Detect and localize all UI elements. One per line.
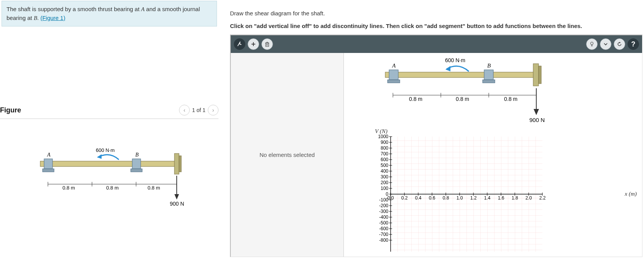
svg-rect-2 <box>43 169 54 172</box>
help-button[interactable]: ? <box>628 38 639 50</box>
svg-text:-500: -500 <box>379 220 388 226</box>
svg-text:0.8: 0.8 <box>443 195 449 201</box>
svg-rect-30 <box>388 80 400 83</box>
load-label: 900 N <box>170 201 184 207</box>
shear-chart-svg[interactable]: 01002003004005006007008009001000 -100-20… <box>370 129 546 257</box>
pager-label: 1 of 1 <box>192 107 205 113</box>
plot-loading-diagram: A B 600 N·m 0.8 m 0.8 m 0.8 m 900 N <box>370 57 623 125</box>
dropdown-button[interactable] <box>600 38 611 50</box>
svg-text:1.0: 1.0 <box>457 195 463 201</box>
svg-point-24 <box>591 42 593 45</box>
pager-prev-button[interactable]: ‹ <box>179 105 190 115</box>
svg-marker-9 <box>174 194 179 200</box>
svg-text:-100: -100 <box>379 197 388 203</box>
dim2: 0.8 m <box>106 185 119 191</box>
selection-panel: No elements selected <box>231 53 344 257</box>
svg-text:200: 200 <box>381 180 388 185</box>
delete-button[interactable] <box>261 38 273 50</box>
figure-body: A B 600 N·m 0.8 m 0.8 m 0.8 m 900 N <box>0 119 219 207</box>
svg-rect-0 <box>40 161 178 167</box>
svg-text:0.2: 0.2 <box>401 195 408 201</box>
drawing-toolbar: ? <box>231 35 642 53</box>
svg-rect-4 <box>131 169 142 172</box>
shear-chart[interactable]: V (N) x (m) 0100 <box>370 129 623 257</box>
dim1: 0.8 m <box>62 185 75 191</box>
svg-text:900: 900 <box>381 140 388 145</box>
shaft-figure: A B 600 N·m 0.8 m 0.8 m 0.8 m 900 N <box>33 146 197 207</box>
svg-rect-3 <box>132 159 141 169</box>
left-pane: The shaft is supported by a smooth thrus… <box>0 0 219 277</box>
svg-text:A: A <box>392 63 396 69</box>
selection-status: No elements selected <box>260 152 315 158</box>
svg-text:0.8 m: 0.8 m <box>456 96 469 102</box>
svg-rect-29 <box>389 70 398 80</box>
svg-text:-600: -600 <box>379 226 388 231</box>
svg-text:300: 300 <box>381 174 388 180</box>
moment-label: 600 N·m <box>96 147 115 153</box>
svg-rect-33 <box>533 64 539 86</box>
figure-title: Figure <box>0 106 21 114</box>
svg-text:B: B <box>487 63 491 69</box>
svg-text:0.4: 0.4 <box>415 195 422 201</box>
svg-marker-35 <box>445 66 450 71</box>
svg-text:600 N·m: 600 N·m <box>445 57 465 63</box>
plot-panel[interactable]: A B 600 N·m 0.8 m 0.8 m 0.8 m 900 N V (N… <box>344 53 642 257</box>
svg-text:100: 100 <box>381 186 388 191</box>
y-axis-label: V (N) <box>375 128 388 135</box>
svg-text:-700: -700 <box>379 232 388 237</box>
label-a: A <box>47 152 51 158</box>
figure-header: Figure ‹ 1 of 1 › <box>0 103 219 119</box>
figure-pager: ‹ 1 of 1 › <box>179 105 219 115</box>
add-vertical-line-button[interactable] <box>234 38 245 50</box>
svg-rect-6 <box>179 156 181 172</box>
dim3: 0.8 m <box>148 185 160 191</box>
workspace: No elements selected <box>231 53 642 257</box>
svg-marker-7 <box>97 154 102 159</box>
right-pane: Draw the shear diagram for the shaft. Cl… <box>230 0 642 277</box>
vertical-line-icon <box>237 41 243 47</box>
label-b: B <box>135 152 139 158</box>
svg-marker-27 <box>619 42 621 43</box>
svg-text:400: 400 <box>381 168 388 174</box>
drawing-canvas-frame: ? No elements selected <box>230 35 642 257</box>
problem-text: The shaft is supported by a smooth thrus… <box>7 6 141 12</box>
svg-rect-31 <box>484 70 493 80</box>
svg-text:1.8: 1.8 <box>512 195 518 201</box>
figure-link[interactable]: (Figure 1) <box>40 15 65 21</box>
svg-text:500: 500 <box>381 163 388 168</box>
svg-text:-300: -300 <box>379 209 388 214</box>
svg-text:1.6: 1.6 <box>498 195 504 201</box>
point-a: A <box>141 6 145 12</box>
task-line2: Click on "add vertical line off" to add … <box>230 20 642 35</box>
svg-rect-28 <box>385 72 539 77</box>
reset-button[interactable] <box>614 38 625 50</box>
svg-text:800: 800 <box>381 145 388 151</box>
x-axis-label: x (m) <box>625 191 637 197</box>
shaft-figure-small: A B 600 N·m 0.8 m 0.8 m 0.8 m 900 N <box>370 57 562 125</box>
trash-icon <box>264 41 270 47</box>
hint-button[interactable] <box>586 38 598 50</box>
svg-marker-37 <box>534 109 539 115</box>
task-line1: Draw the shear diagram for the shaft. <box>230 0 642 20</box>
svg-text:1.4: 1.4 <box>484 195 491 201</box>
svg-text:-800: -800 <box>379 237 388 243</box>
svg-rect-32 <box>483 80 495 83</box>
svg-text:-400: -400 <box>379 214 388 220</box>
problem-statement: The shaft is supported by a smooth thrus… <box>2 1 217 26</box>
add-segment-button[interactable] <box>248 38 259 50</box>
svg-text:600: 600 <box>381 157 388 162</box>
svg-rect-5 <box>174 153 179 174</box>
svg-rect-34 <box>539 66 541 84</box>
svg-text:0.8 m: 0.8 m <box>504 96 518 102</box>
svg-text:-200: -200 <box>379 203 388 208</box>
svg-text:1.2: 1.2 <box>470 195 477 201</box>
lightbulb-icon <box>589 41 595 47</box>
svg-text:2.2: 2.2 <box>539 195 546 201</box>
svg-text:900 N: 900 N <box>529 117 545 123</box>
pager-next-button[interactable]: › <box>208 105 219 115</box>
svg-text:1000: 1000 <box>378 134 388 139</box>
svg-text:0.6: 0.6 <box>429 195 435 201</box>
svg-text:700: 700 <box>381 151 388 157</box>
svg-rect-19 <box>266 43 269 46</box>
plus-icon <box>251 41 256 47</box>
